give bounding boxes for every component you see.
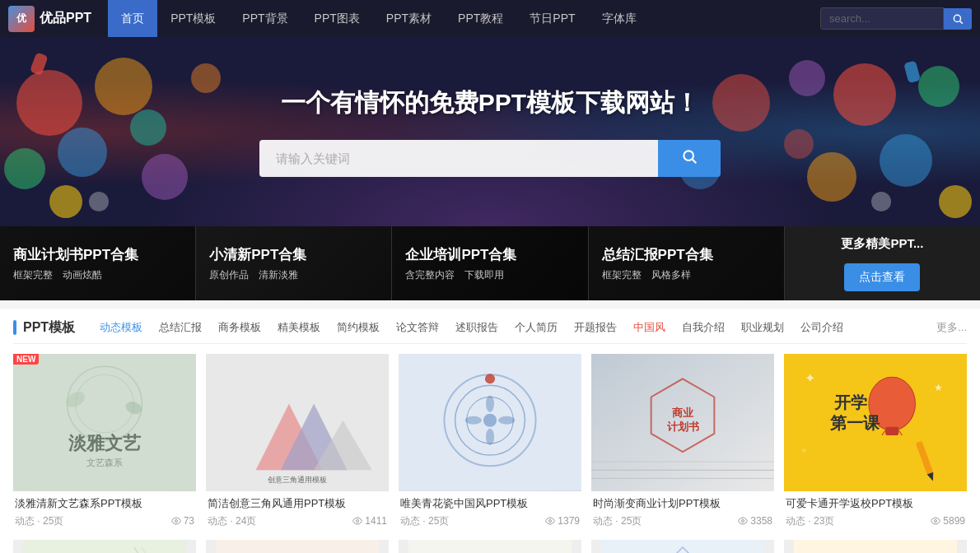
nav-item-material[interactable]: PPT素材	[373, 0, 445, 37]
tab-career[interactable]: 职业规划	[733, 318, 792, 337]
banner-more-button[interactable]: 点击查看	[844, 263, 920, 291]
svg-point-18	[939, 185, 972, 218]
banner-fresh-title: 小清新PPT合集	[209, 245, 378, 264]
svg-text:✧: ✧	[800, 446, 807, 455]
card-2[interactable]: 创意三角通用模板 简洁创意三角风通用PPT模板 动态 · 24页 1411	[206, 354, 389, 530]
nav-item-fonts[interactable]: 字体库	[589, 0, 650, 37]
card-9[interactable]: 2019 2019年总结汇报PPT模板 动态 · 24页 1200	[591, 540, 774, 554]
card-5-meta: 动态 · 23页 5899	[786, 514, 965, 528]
site-logo[interactable]: 优 优品PPT	[8, 6, 91, 32]
svg-point-43	[483, 414, 497, 427]
hero-decorations	[0, 37, 980, 226]
banner-business-sub: 框架完整动画炫酷	[13, 268, 182, 282]
card-4[interactable]: 商业 计划书 时尚渐变商业计划PPT模板 动态 · 25页 3358	[591, 354, 774, 530]
svg-point-49	[549, 520, 552, 523]
card-5-views: 5899	[931, 515, 965, 527]
card-3-meta: 动态 · 25页 1379	[400, 514, 580, 528]
card-1-title: 淡雅清新文艺森系PPT模板	[15, 496, 194, 511]
banner-training[interactable]: 企业培训PPT合集 含完整内容下载即用	[392, 226, 588, 300]
banner-summary[interactable]: 总结汇报PPT合集 框架完整风格多样	[589, 226, 785, 300]
navbar: 优 优品PPT 首页 PPT模板 PPT背景 PPT图表 PPT素材 PPT教程…	[0, 0, 980, 37]
card-5-thumbnail: 开学 第一课 ✦ ★ ✧	[784, 354, 967, 491]
svg-point-21	[89, 192, 109, 211]
tab-simple[interactable]: 简约模板	[329, 318, 388, 337]
svg-point-48	[485, 374, 495, 383]
section-title: PPT模板	[23, 319, 75, 337]
svg-point-0	[954, 15, 960, 21]
svg-point-23	[684, 151, 693, 160]
logo-icon: 优	[8, 6, 35, 32]
card-3-info: 唯美青花瓷中国风PPT模板 动态 · 25页 1379	[399, 491, 581, 530]
svg-point-46	[465, 416, 482, 425]
card-8-thumbnail: LOGO	[399, 540, 581, 554]
svg-point-71	[935, 520, 937, 523]
card-8[interactable]: LOGO 简约LOGO展示PPT模板 动态 · 18页 456	[399, 540, 581, 554]
nav-item-bg[interactable]: PPT背景	[229, 0, 301, 37]
nav-items: 首页 PPT模板 PPT背景 PPT图表 PPT素材 PPT教程 节日PPT 字…	[108, 0, 820, 37]
hero-section: 一个有情怀的免费PPT模板下载网站！	[0, 37, 980, 226]
svg-text:✦: ✦	[805, 370, 815, 385]
nav-item-charts[interactable]: PPT图表	[301, 0, 373, 37]
tab-summary[interactable]: 总结汇报	[151, 318, 210, 337]
card-6[interactable]: 2019手绘风 创意作品专辑手绘风格 IDEA 手绘创意PPT模板 动态 · 2…	[13, 540, 196, 554]
nav-item-holiday[interactable]: 节日PPT	[516, 0, 588, 37]
svg-point-4	[4, 148, 45, 189]
nav-item-templates[interactable]: PPT模板	[157, 0, 229, 37]
tab-thesis[interactable]: 论文答辩	[388, 318, 447, 337]
card-7[interactable]: 2019 2019简约三角PPT模板 动态 · 22页 890	[206, 540, 389, 554]
banner-training-title: 企业培训PPT合集	[405, 245, 574, 264]
banner-business[interactable]: 商业计划书PPT合集 框架完整动画炫酷	[0, 226, 196, 300]
svg-text:计划书: 计划书	[667, 421, 699, 433]
svg-point-10	[807, 152, 856, 202]
svg-point-47	[498, 416, 515, 425]
card-4-views: 3358	[738, 515, 772, 527]
card-3[interactable]: 唯美青花瓷中国风PPT模板 动态 · 25页 1379	[399, 354, 581, 530]
section-tabs: 动态模板 总结汇报 商务模板 精美模板 简约模板 论文答辩 述职报告 个人简历 …	[91, 318, 852, 337]
hero-search-input[interactable]	[259, 140, 658, 177]
card-4-meta: 动态 · 25页 3358	[593, 514, 772, 528]
tab-dynamic[interactable]: 动态模板	[91, 318, 151, 337]
svg-text:商业: 商业	[672, 407, 694, 419]
hero-search-bar	[259, 140, 721, 177]
tab-report[interactable]: 述职报告	[447, 318, 506, 337]
svg-rect-61	[885, 427, 898, 435]
tab-intro[interactable]: 自我介绍	[674, 318, 733, 337]
search-input[interactable]	[820, 7, 944, 30]
card-4-title: 时尚渐变商业计划PPT模板	[593, 496, 772, 511]
card-1-views: 73	[171, 515, 194, 527]
tab-business[interactable]: 商务模板	[210, 318, 269, 337]
site-name: 优品PPT	[40, 10, 91, 27]
hero-search-button[interactable]	[658, 140, 721, 177]
card-5[interactable]: 开学 第一课 ✦ ★ ✧ 可爱卡通开学返校PPT模板 动态 · 23页	[784, 354, 967, 530]
card-10-thumbnail: 生活趣味卡通	[784, 540, 967, 554]
card-5-title: 可爱卡通开学返校PPT模板	[786, 496, 965, 511]
nav-item-home[interactable]: 首页	[108, 0, 157, 37]
card-2-type: 动态 · 24页	[208, 514, 256, 528]
svg-point-13	[130, 109, 166, 146]
section-title-bar	[13, 320, 16, 335]
tab-resume[interactable]: 个人简历	[506, 318, 566, 337]
nav-search-wrap	[820, 7, 972, 30]
card-1[interactable]: NEW 淡雅文艺 文艺森系 淡雅清新文艺森系PPT模板 动态 ·	[13, 354, 196, 530]
tab-proposal[interactable]: 开题报告	[566, 318, 625, 337]
banner-more[interactable]: 更多精美PPT... 点击查看	[785, 226, 980, 300]
svg-point-8	[880, 134, 932, 187]
tab-chinese[interactable]: 中国风	[625, 318, 674, 337]
card-10[interactable]: 生活趣味卡通 趣味卡通生活PPT模板 动态 · 20页 780	[784, 540, 967, 554]
tab-beautiful[interactable]: 精美模板	[269, 318, 329, 337]
banner-fresh[interactable]: 小清新PPT合集 原创作品清新淡雅	[196, 226, 392, 300]
svg-point-7	[833, 63, 896, 126]
svg-point-12	[784, 129, 814, 159]
tab-company[interactable]: 公司介绍	[792, 318, 852, 337]
svg-point-9	[918, 66, 959, 107]
search-button[interactable]	[944, 8, 972, 30]
card-2-info: 简洁创意三角风通用PPT模板 动态 · 24页 1411	[206, 491, 389, 530]
svg-text:淡雅文艺: 淡雅文艺	[68, 433, 142, 453]
card-5-type: 动态 · 23页	[786, 514, 834, 528]
svg-point-17	[49, 185, 82, 218]
card-1-meta: 动态 · 25页 73	[15, 514, 194, 528]
svg-point-45	[486, 429, 494, 445]
section-more[interactable]: 更多...	[936, 320, 967, 335]
template-section: PPT模板 动态模板 总结汇报 商务模板 精美模板 简约模板 论文答辩 述职报告…	[0, 309, 980, 553]
nav-item-tutorial[interactable]: PPT教程	[445, 0, 516, 37]
